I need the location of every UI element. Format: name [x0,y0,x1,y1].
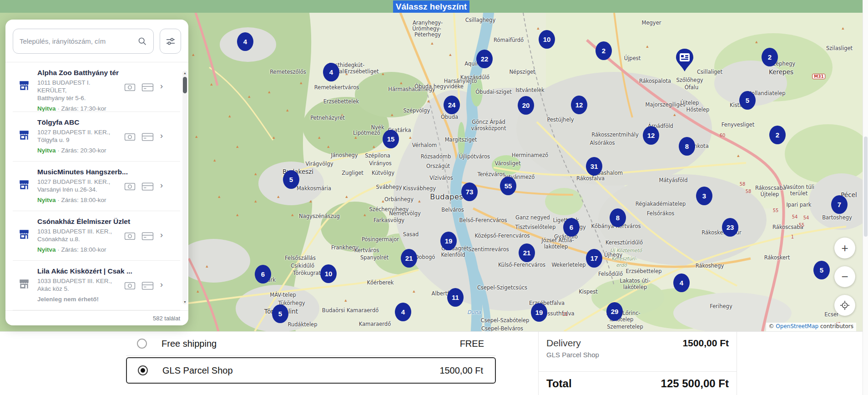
shop-address-line1: 1011 BUDAPEST I. KERÜLET, [37,79,119,94]
cluster-marker[interactable]: 55 [500,177,516,195]
shop-status: Nyitva · Zárás: 17:30-kor [37,105,181,112]
scrollbar-thumb[interactable] [183,77,187,93]
map-place-label: Csepel-Szigetcsúcs [477,284,527,291]
shop-open-state: Nyitva [37,246,56,253]
cluster-marker[interactable]: 10 [539,30,555,49]
peak-icon: ▲ [286,108,290,112]
cluster-marker[interactable]: 2 [762,48,778,66]
map-place-label: Rózsadomb [421,153,451,160]
shop-address-line2: Varsányi Irén u.26-34. [37,186,119,193]
map-place-label: Kútvölgy [372,170,394,176]
cluster-marker[interactable]: 73 [461,182,478,201]
chevron-right-icon[interactable]: › [160,230,163,240]
search-row [5,20,188,54]
shop-address-line1: 1033 BUDAPEST III. KER., [37,277,119,285]
results-footer: 582 találat [5,310,188,325]
cluster-marker[interactable]: 21 [519,243,535,262]
cluster-marker[interactable]: 6 [563,218,580,237]
cluster-marker[interactable]: 4 [395,303,411,321]
map-place-label: Középső-Ferencváros [474,233,530,239]
parcel-shop-list-item[interactable]: Csónakház Élelmiszer Üzlet 1031 BUDAPEST… [5,211,188,261]
cluster-marker[interactable]: 24 [444,96,460,114]
cluster-marker[interactable]: 8 [610,208,626,227]
chevron-right-icon[interactable]: › [160,280,163,289]
cluster-marker[interactable]: 5 [739,91,756,110]
chevron-right-icon[interactable]: › [160,181,163,190]
sliders-icon [165,36,176,47]
chevron-right-icon[interactable]: › [160,131,163,141]
radio-unchecked[interactable] [137,339,147,349]
shop-open-state: Nyitva [37,147,56,154]
cluster-marker[interactable]: 19 [440,232,457,250]
parcel-shop-pin[interactable] [675,48,694,72]
shipping-option-price: 1500,00 Ft [439,365,483,376]
cluster-marker[interactable]: 21 [401,249,417,268]
store-icon [18,179,30,192]
peak-icon: ▲ [536,26,540,30]
shop-status: Nyitva · Zárás: 18:00-kor [37,197,181,203]
parcel-shop-list-item[interactable]: Lila Akác Kisközért | Csak ... 1033 BUDA… [5,261,188,310]
cluster-marker[interactable]: 17 [586,249,602,268]
cluster-marker[interactable]: 6 [255,265,271,284]
cluster-marker[interactable]: 7 [831,195,848,214]
radio-checked[interactable] [138,365,148,375]
cluster-marker[interactable]: 31 [586,157,602,176]
cluster-marker[interactable]: 12 [571,96,587,114]
zoom-in-button[interactable]: + [834,238,855,258]
search-input[interactable] [20,37,137,45]
chevron-right-icon[interactable]: › [160,81,163,91]
cluster-marker[interactable]: 4 [673,273,690,292]
shop-address-line1: 1031 BUDAPEST III. KER., [37,228,119,235]
list-scrollbar[interactable]: ▲ ▼ [182,71,187,304]
locate-button[interactable] [834,295,855,316]
scroll-up-icon[interactable]: ▲ [182,71,187,75]
peak-icon: ▲ [267,90,272,94]
shipping-option-gls[interactable]: GLS Parcel Shop 1500,00 Ft [126,357,496,384]
parcel-shop-list-item[interactable]: MusicMinutes Hangszerb... 1027 BUDAPEST … [5,162,188,211]
cluster-marker[interactable]: 5 [272,304,288,323]
results-count: 582 találat [153,315,180,322]
page-scrollbar[interactable] [863,0,868,395]
cluster-marker[interactable]: 4 [323,63,339,81]
cluster-marker[interactable]: 5 [813,261,830,279]
cluster-marker[interactable]: 10 [320,264,337,283]
page-scrollbar-thumb[interactable] [864,137,868,237]
filter-button[interactable] [160,29,181,54]
parcel-shop-list-item[interactable]: Tölgyfa ABC 1027 BUDAPEST II. KER., Tölg… [5,112,188,162]
map-place-label: terület [790,190,807,197]
order-summary: Delivery 1500,00 Ft GLS Parcel Shop Tota… [538,332,737,395]
zoom-out-button[interactable]: − [834,266,855,287]
shop-address: 1027 BUDAPEST II. KER., Varsányi Irén u.… [37,178,119,193]
map-place-label: Újlipótváros [459,153,490,160]
cluster-marker[interactable]: 29 [606,302,623,321]
cluster-marker[interactable]: 19 [531,303,547,322]
map-place-label: Szilasliget [826,45,853,51]
cluster-marker[interactable]: 12 [643,126,659,145]
road-ref-badge: M31 [812,74,825,79]
cluster-marker[interactable]: 3 [696,187,712,205]
cluster-marker[interactable]: 20 [518,96,534,115]
cluster-marker[interactable]: 2 [595,41,612,60]
map-place-label: Felsőszállás [285,255,316,261]
peak-icon: ▲ [372,144,376,149]
cluster-marker[interactable]: 23 [722,218,738,237]
shop-name: Csónakház Élelmiszer Üzlet [37,218,181,226]
cluster-marker[interactable]: 22 [476,50,493,68]
page-title: Válassz helyszínt [393,0,469,13]
cluster-marker[interactable]: 8 [679,137,695,156]
cluster-marker[interactable]: 11 [447,288,464,307]
cluster-marker[interactable]: 15 [383,130,399,148]
openstreetmap-link[interactable]: OpenStreetMap [776,323,818,329]
shipping-option-free[interactable]: Free shipping FREE [126,332,496,356]
shop-open-state: Nyitva [37,105,56,112]
scroll-down-icon[interactable]: ▼ [182,300,187,304]
map-place-label: Óbuda hegyvidéke [414,83,464,90]
shipping-option-label: GLS Parcel Shop [162,365,233,376]
cluster-marker[interactable]: 4 [237,32,253,51]
parcel-shop-list-item[interactable]: Alpha Zoo Batthyány tér 1011 BUDAPEST I.… [5,62,188,112]
map-place-label: Nagyszénászug [299,213,340,219]
cluster-marker[interactable]: 5 [283,170,299,189]
cluster-marker[interactable]: 2 [769,126,786,144]
peak-icon: ▲ [228,114,232,118]
peak-icon: ▲ [646,44,650,49]
